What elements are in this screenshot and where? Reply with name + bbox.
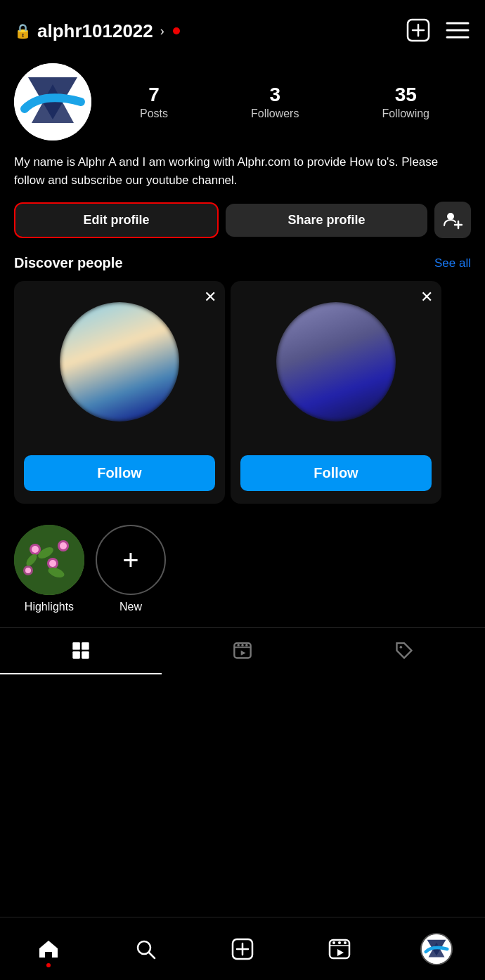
follow-button-1[interactable]: Follow — [24, 455, 215, 491]
tab-tagged[interactable] — [323, 628, 485, 674]
add-post-button[interactable] — [405, 17, 432, 46]
card-avatar — [276, 302, 396, 422]
posts-label: Posts — [140, 107, 168, 120]
action-buttons: Edit profile Share profile — [14, 202, 471, 238]
card-user-label — [14, 436, 225, 450]
highlights-label: Highlights — [25, 601, 74, 613]
top-bar-left: 🔒 alphr1012022 › — [14, 20, 180, 42]
profile-logo — [14, 63, 91, 141]
followers-count: 3 — [269, 84, 280, 106]
profile-stats: 7 Posts 3 Followers 35 Following — [98, 84, 471, 120]
svg-rect-26 — [82, 651, 89, 659]
svg-point-30 — [245, 644, 248, 647]
username: alphr1012022 — [37, 20, 153, 42]
card-user-label — [231, 436, 441, 450]
nav-reels[interactable] — [318, 928, 361, 970]
grid-icon — [71, 641, 91, 660]
tab-grid[interactable] — [0, 628, 162, 674]
highlights-flower-icon — [14, 525, 84, 595]
nav-create[interactable] — [221, 928, 264, 970]
followers-stat[interactable]: 3 Followers — [251, 84, 299, 120]
followers-label: Followers — [251, 107, 299, 120]
suggested-user-avatar-1 — [60, 302, 179, 422]
svg-rect-25 — [72, 651, 80, 659]
add-person-button[interactable] — [434, 202, 471, 238]
bottom-navigation — [0, 917, 485, 980]
card-avatar-area — [14, 281, 225, 436]
discover-title: Discover people — [14, 255, 123, 271]
svg-rect-24 — [82, 642, 89, 650]
hamburger-icon — [446, 20, 470, 40]
bio-text: My name is Alphr A and I am working with… — [14, 153, 471, 189]
card-overflow-hint — [447, 281, 482, 504]
svg-point-8 — [447, 213, 454, 220]
home-notification-dot — [46, 963, 51, 967]
profile-section: 7 Posts 3 Followers 35 Following My name… — [0, 56, 485, 238]
svg-point-15 — [49, 560, 56, 567]
svg-point-29 — [241, 644, 244, 647]
following-stat[interactable]: 35 Following — [382, 84, 429, 120]
discover-cards-container: ✕ Follow ✕ Follow — [0, 281, 485, 504]
grid-tabs — [0, 627, 485, 674]
discover-people-header: Discover people See all — [0, 255, 485, 271]
share-profile-button[interactable]: Share profile — [226, 204, 427, 237]
tag-icon — [394, 641, 414, 660]
highlights-circle[interactable] — [14, 525, 84, 595]
svg-point-39 — [332, 941, 335, 944]
svg-marker-42 — [337, 949, 344, 956]
edit-profile-button[interactable]: Edit profile — [14, 202, 219, 238]
dismiss-card-button[interactable]: ✕ — [420, 289, 433, 305]
stories-section: Highlights + New — [0, 504, 485, 625]
notification-dot — [173, 27, 180, 34]
svg-point-40 — [338, 941, 341, 944]
home-icon — [37, 938, 60, 960]
svg-marker-31 — [241, 651, 246, 655]
card-avatar-area — [231, 281, 441, 436]
highlights-story-item: Highlights — [14, 525, 84, 613]
nav-avatar-logo — [422, 934, 451, 964]
new-story-item: + New — [96, 525, 166, 613]
top-bar: 🔒 alphr1012022 › — [0, 0, 485, 56]
follow-button-2[interactable]: Follow — [240, 455, 432, 491]
svg-point-28 — [237, 644, 240, 647]
search-nav-icon — [134, 938, 157, 960]
chevron-down-icon[interactable]: › — [160, 24, 164, 39]
posts-stat[interactable]: 7 Posts — [140, 84, 168, 120]
nav-search[interactable] — [124, 928, 167, 970]
svg-point-13 — [32, 546, 39, 553]
suggested-user-avatar-2 — [276, 302, 396, 422]
new-story-label: New — [119, 601, 142, 613]
add-square-icon — [406, 18, 430, 42]
add-person-icon — [443, 210, 463, 230]
svg-rect-23 — [72, 642, 80, 650]
posts-count: 7 — [148, 84, 160, 106]
menu-button[interactable] — [444, 19, 471, 44]
discover-card: ✕ Follow — [14, 281, 225, 504]
profile-header: 7 Posts 3 Followers 35 Following — [14, 63, 471, 141]
new-story-circle[interactable]: + — [96, 525, 166, 595]
add-nav-icon — [231, 938, 254, 960]
card-avatar — [60, 302, 179, 422]
nav-home[interactable] — [27, 928, 70, 970]
discover-card: ✕ Follow — [231, 281, 441, 504]
lock-icon: 🔒 — [14, 22, 32, 39]
following-label: Following — [382, 107, 429, 120]
svg-point-32 — [400, 646, 403, 649]
nav-profile-avatar — [420, 933, 453, 965]
nav-profile[interactable] — [415, 928, 458, 970]
dismiss-card-button[interactable]: ✕ — [204, 289, 216, 305]
bottom-spacer — [0, 674, 485, 738]
svg-line-34 — [149, 953, 155, 958]
avatar[interactable] — [14, 63, 91, 141]
tab-reels[interactable] — [162, 628, 323, 674]
top-bar-actions — [405, 17, 471, 46]
see-all-button[interactable]: See all — [434, 256, 471, 270]
svg-point-19 — [25, 568, 31, 573]
plus-icon: + — [122, 546, 138, 574]
following-count: 35 — [395, 84, 417, 106]
reels-nav-icon — [328, 938, 351, 960]
reels-tab-icon — [233, 641, 252, 660]
svg-point-17 — [60, 542, 67, 549]
svg-point-41 — [344, 941, 347, 944]
